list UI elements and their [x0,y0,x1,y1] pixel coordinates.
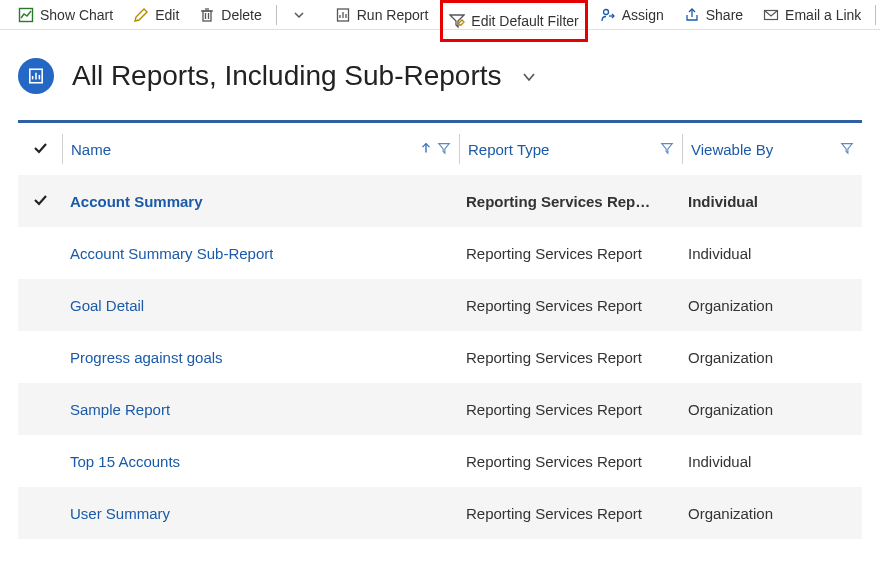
viewable-by-cell: Individual [680,193,862,210]
filter-icon[interactable] [437,141,451,158]
page-title: All Reports, Including Sub-Reports [72,60,537,92]
report-type-column-header[interactable]: Report Type [460,141,682,158]
type-header-text: Report Type [468,141,549,158]
report-link[interactable]: Progress against goals [70,349,223,366]
delete-label: Delete [221,7,261,23]
check-icon [32,192,48,211]
name-cell: Sample Report [62,401,458,418]
edit-label: Edit [155,7,179,23]
select-all-header[interactable] [18,140,62,159]
reports-grid: Name Report Type Viewable By Account Sum… [18,120,862,539]
show-chart-label: Show Chart [40,7,113,23]
chevron-down-icon [521,69,537,85]
email-icon [763,7,779,23]
pencil-icon [133,7,149,23]
table-row[interactable]: Account Summary Sub-ReportReporting Serv… [18,227,862,279]
report-type-cell: Reporting Services Report [458,453,680,470]
table-row[interactable]: Top 15 AccountsReporting Services Report… [18,435,862,487]
name-column-header[interactable]: Name [63,141,459,158]
report-link[interactable]: User Summary [70,505,170,522]
viewable-by-cell: Organization [680,297,862,314]
filter-icon[interactable] [660,141,674,158]
table-row[interactable]: Progress against goalsReporting Services… [18,331,862,383]
report-type-cell: Reporting Services Report [458,297,680,314]
table-row[interactable]: User SummaryReporting Services ReportOrg… [18,487,862,539]
name-cell: Top 15 Accounts [62,453,458,470]
report-icon [335,7,351,23]
grid-header-row: Name Report Type Viewable By [18,123,862,175]
viewable-by-cell: Individual [680,245,862,262]
chart-icon [18,7,34,23]
report-type-cell: Reporting Services Report [458,401,680,418]
name-cell: Goal Detail [62,297,458,314]
delete-button[interactable]: Delete [191,4,269,26]
report-type-cell: Reporting Services Rep… [458,193,680,210]
viewable-by-cell: Organization [680,401,862,418]
page-header: All Reports, Including Sub-Reports [0,30,880,120]
viewable-by-cell: Organization [680,505,862,522]
edit-default-filter-label: Edit Default Filter [471,13,578,29]
trash-icon [199,7,215,23]
svg-marker-18 [439,143,450,153]
share-button[interactable]: Share [676,4,751,26]
share-icon [684,7,700,23]
view-dropdown[interactable] [521,60,537,91]
report-link[interactable]: Top 15 Accounts [70,453,180,470]
run-report-button[interactable]: Run Report [327,4,437,26]
assign-label: Assign [622,7,664,23]
command-bar: Show Chart Edit Delete Run Report Edit D… [0,0,880,30]
edit-button[interactable]: Edit [125,4,187,26]
table-row[interactable]: Goal DetailReporting Services ReportOrga… [18,279,862,331]
report-link[interactable]: Account Summary Sub-Report [70,245,273,262]
chevron-down-icon [291,7,307,23]
run-report-label: Run Report [357,7,429,23]
svg-point-11 [603,9,608,14]
check-icon [32,140,48,159]
name-header-text: Name [71,141,111,158]
email-link-label: Email a Link [785,7,861,23]
report-type-cell: Reporting Services Report [458,349,680,366]
name-cell: Progress against goals [62,349,458,366]
email-link-button[interactable]: Email a Link [755,4,869,26]
svg-marker-20 [842,143,853,153]
filter-icon[interactable] [840,141,854,158]
view-name: All Reports, Including Sub-Reports [72,60,502,91]
name-cell: Account Summary Sub-Report [62,245,458,262]
name-cell: User Summary [62,505,458,522]
report-link[interactable]: Account Summary [70,193,203,210]
row-select[interactable] [18,192,62,211]
assign-icon [600,7,616,23]
filter-edit-icon [449,13,465,29]
overflow-button[interactable] [283,4,315,26]
entity-badge [18,58,54,94]
viewable-by-column-header[interactable]: Viewable By [683,141,862,158]
report-icon [27,67,45,85]
assign-button[interactable]: Assign [592,4,672,26]
edit-default-filter-button[interactable]: Edit Default Filter [440,0,587,42]
svg-rect-1 [203,11,211,21]
report-type-cell: Reporting Services Report [458,245,680,262]
share-label: Share [706,7,743,23]
table-row[interactable]: Sample ReportReporting Services ReportOr… [18,383,862,435]
view-header-text: Viewable By [691,141,773,158]
report-link[interactable]: Goal Detail [70,297,144,314]
viewable-by-cell: Organization [680,349,862,366]
viewable-by-cell: Individual [680,453,862,470]
grid-body: Account SummaryReporting Services Rep…In… [18,175,862,539]
separator [276,5,277,25]
separator [875,5,876,25]
sort-asc-icon [419,141,433,158]
svg-marker-19 [662,143,673,153]
table-row[interactable]: Account SummaryReporting Services Rep…In… [18,175,862,227]
show-chart-button[interactable]: Show Chart [10,4,121,26]
report-link[interactable]: Sample Report [70,401,170,418]
report-type-cell: Reporting Services Report [458,505,680,522]
name-cell: Account Summary [62,193,458,210]
